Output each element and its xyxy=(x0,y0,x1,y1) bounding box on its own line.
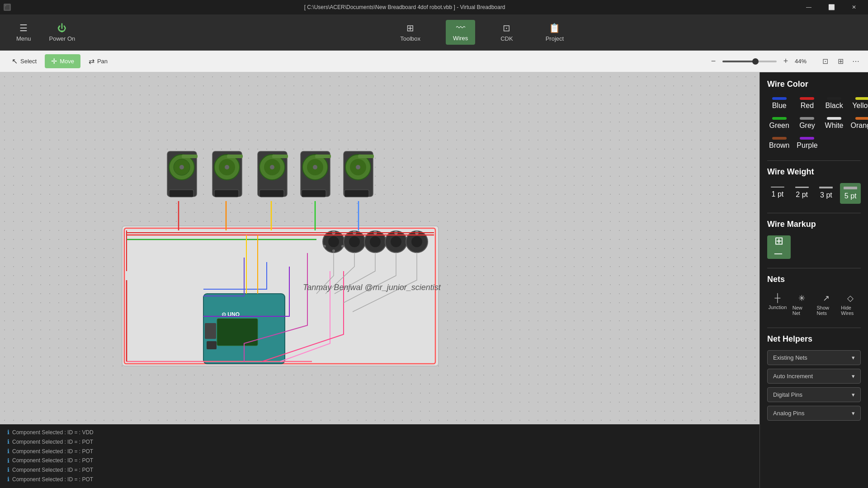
weight-line-3 xyxy=(819,187,833,188)
new-net-label: New Net xyxy=(793,305,811,316)
svg-text:Tanmay Benjwal @mr_junior_scie: Tanmay Benjwal @mr_junior_scientist xyxy=(303,283,441,292)
existing-nets-dropdown[interactable]: Existing Nets ▾ xyxy=(767,350,861,365)
blue-swatch xyxy=(772,97,787,100)
toolbox-icon: ⊞ xyxy=(406,23,414,33)
auto-increment-dropdown[interactable]: Auto Increment ▾ xyxy=(767,369,861,384)
net-helpers-title: Net Helpers xyxy=(767,334,861,344)
right-panel: Wire Color Blue Red Black Yellow Green xyxy=(760,72,868,488)
zoom-in-button[interactable]: + xyxy=(780,56,791,67)
weight-3pt[interactable]: 3 pt xyxy=(816,183,837,204)
weight-2pt[interactable]: 2 pt xyxy=(792,183,812,204)
actionbar: ↖ Select ✛ Move ⇄ Pan − + 44% ⊡ ⊞ ⋯ xyxy=(0,51,868,72)
color-grey[interactable]: Grey xyxy=(795,115,819,131)
status-text-2: Component Selected : ID = : POT xyxy=(12,438,93,446)
show-nets-button[interactable]: ↗ Show Nets xyxy=(816,291,837,319)
cursor-icon: ↖ xyxy=(12,57,18,66)
power-label: Power On xyxy=(49,35,75,42)
divider-3 xyxy=(767,268,861,268)
color-yellow[interactable]: Yellow xyxy=(849,95,868,112)
minimize-button[interactable]: — xyxy=(798,0,819,14)
svg-point-28 xyxy=(313,165,317,169)
window-controls: — ⬜ ✕ xyxy=(798,0,864,14)
statusbar: ℹ Component Selected : ID = : VDD ℹ Comp… xyxy=(0,424,760,488)
grid-view-button[interactable]: ⊞ xyxy=(834,55,847,68)
project-button[interactable]: 📋 Project xyxy=(538,20,571,45)
yellow-label: Yellow xyxy=(852,102,868,110)
svg-point-34 xyxy=(356,165,360,169)
zoom-slider[interactable] xyxy=(722,61,777,62)
zoom-out-button[interactable]: − xyxy=(708,56,719,67)
purple-swatch xyxy=(800,137,814,140)
wires-button[interactable]: 〰 Wires xyxy=(446,20,475,45)
svg-rect-6 xyxy=(207,341,217,349)
divider-2 xyxy=(767,213,861,213)
pan-icon: ⇄ xyxy=(89,57,94,66)
grey-label: Grey xyxy=(799,122,815,130)
analog-pins-dropdown[interactable]: Analog Pins ▾ xyxy=(767,406,861,421)
move-label: Move xyxy=(60,58,74,65)
weight-1pt[interactable]: 1 pt xyxy=(767,183,788,204)
pan-button[interactable]: ⇄ Pan xyxy=(82,54,114,68)
weight-5pt[interactable]: 5 pt xyxy=(840,183,861,204)
power-on-button[interactable]: ⏻ Power On xyxy=(42,20,83,45)
color-grid: Blue Red Black Yellow Green Grey xyxy=(767,95,861,151)
info-icon-1: ℹ xyxy=(7,428,9,437)
svg-rect-12 xyxy=(169,190,193,197)
svg-rect-29 xyxy=(315,155,331,158)
titlebar: ⬛ [ C:\Users\ACER\Documents\New Breadboa… xyxy=(0,0,868,14)
brown-swatch xyxy=(772,137,787,140)
info-icon-5: ℹ xyxy=(7,465,9,475)
info-icon-4: ℹ xyxy=(7,456,9,466)
main-toolbar: ☰ Menu ⏻ Power On ⊞ Toolbox 〰 Wires ⊡ CD… xyxy=(0,14,868,51)
new-net-button[interactable]: ✳ New Net xyxy=(792,291,812,319)
analog-pins-label: Analog Pins xyxy=(773,410,804,417)
select-button[interactable]: ↖ Select xyxy=(5,54,43,68)
svg-point-22 xyxy=(270,165,274,169)
close-button[interactable]: ✕ xyxy=(844,0,864,14)
markup-add-button[interactable]: ⊞─ xyxy=(767,235,791,259)
digital-pins-dropdown[interactable]: Digital Pins ▾ xyxy=(767,387,861,402)
white-swatch xyxy=(827,117,841,120)
menu-button[interactable]: ☰ Menu xyxy=(9,20,38,45)
markup-add-icon: ⊞─ xyxy=(774,235,783,260)
svg-rect-11 xyxy=(182,155,198,158)
color-brown[interactable]: Brown xyxy=(767,135,791,151)
cdk-label: CDK xyxy=(500,35,513,42)
color-white[interactable]: White xyxy=(823,115,845,131)
zoom-level: 44% xyxy=(795,58,811,65)
svg-rect-36 xyxy=(344,190,369,197)
status-item-4: ℹ Component Selected : ID = : POT xyxy=(7,456,752,466)
hide-wires-button[interactable]: ◇ Hide Wires xyxy=(840,291,861,319)
color-green[interactable]: Green xyxy=(767,115,791,131)
move-icon: ✛ xyxy=(51,57,57,66)
weight-label-4: 5 pt xyxy=(844,192,857,200)
yellow-swatch xyxy=(855,97,868,100)
wire-weight-title: Wire Weight xyxy=(767,167,861,177)
divider-4 xyxy=(767,328,861,328)
move-button[interactable]: ✛ Move xyxy=(45,54,80,68)
junction-label: Junction xyxy=(768,305,787,310)
fit-view-button[interactable]: ⊡ xyxy=(818,55,832,68)
show-nets-icon: ↗ xyxy=(823,293,830,303)
color-red[interactable]: Red xyxy=(795,95,819,112)
color-blue[interactable]: Blue xyxy=(767,95,791,112)
orange-label: Orange xyxy=(851,122,868,130)
black-swatch xyxy=(827,97,841,100)
helpers-section: Existing Nets ▾ Auto Increment ▾ Digital… xyxy=(767,350,861,421)
junction-button[interactable]: ┼ Junction xyxy=(767,291,788,319)
green-label: Green xyxy=(769,122,789,130)
color-black[interactable]: Black xyxy=(823,95,845,112)
hide-wires-icon: ◇ xyxy=(847,293,854,303)
toolbox-button[interactable]: ⊞ Toolbox xyxy=(393,20,428,45)
weight-label-1: 1 pt xyxy=(772,190,784,198)
black-label: Black xyxy=(826,102,843,110)
color-orange[interactable]: Orange xyxy=(849,115,868,131)
cdk-button[interactable]: ⊡ CDK xyxy=(493,20,520,45)
canvas-area[interactable]: // rendered via static SVG circles below… xyxy=(0,72,760,488)
pan-label: Pan xyxy=(97,58,108,65)
digital-pins-label: Digital Pins xyxy=(773,391,802,398)
more-options-button[interactable]: ⋯ xyxy=(849,55,863,68)
color-purple[interactable]: Purple xyxy=(795,135,819,151)
restore-button[interactable]: ⬜ xyxy=(821,0,842,14)
new-net-icon: ✳ xyxy=(798,293,805,303)
